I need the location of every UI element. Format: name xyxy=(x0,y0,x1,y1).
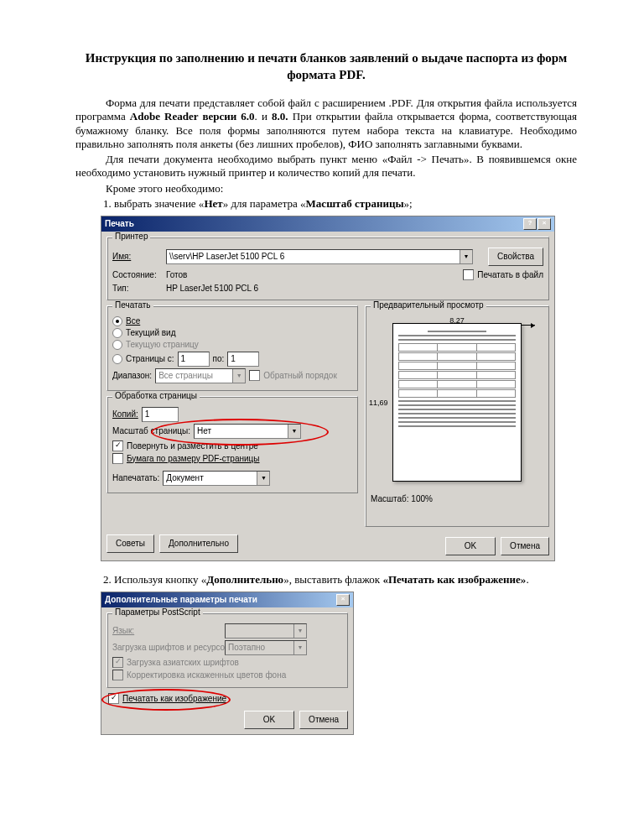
print-dialog: Печать ? × Принтер Имя: \\serv\HP LaserJ… xyxy=(101,216,555,561)
help-button[interactable]: ? xyxy=(523,218,537,230)
properties-button[interactable]: Свойства xyxy=(488,248,543,266)
v: Все страницы xyxy=(158,371,213,380)
label: Тип: xyxy=(112,284,163,293)
t: Дополнительно xyxy=(206,573,283,586)
advanced-print-dialog: Дополнительные параметры печати × Параме… xyxy=(101,592,354,735)
v: Поэтапно xyxy=(228,643,265,652)
label: Загрузка шрифтов и ресурсов: xyxy=(112,643,221,652)
chevron-down-icon: ▼ xyxy=(288,425,300,438)
ok-button[interactable]: OK xyxy=(445,537,496,555)
print-as-image-checkbox[interactable]: ✓Печатать как изображение xyxy=(108,693,348,704)
print-to-file-checkbox[interactable]: Печатать в файл xyxy=(463,269,543,280)
list-item: Используя кнопку «Дополнительно», выстав… xyxy=(114,573,577,586)
v: Нет xyxy=(197,426,211,435)
v: Документ xyxy=(166,473,203,482)
copies-input[interactable]: 1 xyxy=(142,407,179,422)
label: Состояние: xyxy=(112,270,163,279)
t: « xyxy=(199,573,207,586)
language-select: ▼ xyxy=(225,623,307,639)
radio-current-page[interactable]: Текущую страницу xyxy=(112,340,352,350)
list-item: выбрать значение «Нет» для параметра «Ма… xyxy=(114,197,577,211)
label: Текущий вид xyxy=(126,328,176,337)
paragraph-3: Кроме этого необходимо: xyxy=(75,182,577,195)
t: »; xyxy=(404,197,413,210)
label: по: xyxy=(213,354,225,363)
group-legend: Параметры PostScript xyxy=(112,607,203,617)
t: Используя xyxy=(114,573,165,586)
titlebar[interactable]: Печать ? × xyxy=(101,216,554,232)
cancel-button[interactable]: Отмена xyxy=(299,711,348,729)
label: Имя: xyxy=(112,252,163,261)
value: \\serv\HP LaserJet 5100 PCL 6 xyxy=(169,252,284,261)
close-button[interactable]: × xyxy=(336,594,350,606)
page-to-input[interactable]: 1 xyxy=(227,352,259,367)
reverse-checkbox[interactable]: Обратный порядок xyxy=(249,370,337,381)
t: Масштаб страницы xyxy=(306,197,404,210)
chevron-down-icon: ▼ xyxy=(293,624,306,638)
print-range-group: Печатать Все Текущий вид Текущую страниц… xyxy=(106,305,358,391)
titlebar[interactable]: Дополнительные параметры печати × xyxy=(101,592,353,607)
t: выбрать значение « xyxy=(114,197,204,210)
t: », выставить флажок xyxy=(283,573,382,586)
chevron-down-icon: ▼ xyxy=(460,250,472,263)
value: Готов xyxy=(166,270,460,279)
numbered-list: выбрать значение «Нет» для параметра «Ма… xyxy=(75,197,577,211)
page-from-input[interactable]: 1 xyxy=(178,352,210,367)
radio-all[interactable]: Все xyxy=(112,316,352,326)
t: кнопку xyxy=(165,573,198,586)
choose-paper-checkbox[interactable]: Бумага по размеру PDF-страницы xyxy=(112,453,352,464)
preview-area: 8,27 11,69 xyxy=(371,315,543,491)
print-what-select[interactable]: Документ▼ xyxy=(163,471,270,486)
font-download-select: Поэтапно▼ xyxy=(225,640,307,655)
rotate-center-checkbox[interactable]: ✓Повернуть и разместить в центре xyxy=(112,440,352,451)
chevron-down-icon: ▼ xyxy=(293,641,306,654)
close-button[interactable]: × xyxy=(538,218,551,230)
radio-current-view[interactable]: Текущий вид xyxy=(112,328,352,338)
text-bold: 8.0. xyxy=(272,110,288,122)
label: Загрузка азиатских шрифтов xyxy=(127,658,239,667)
document-page: Инструкция по заполнению и печати бланко… xyxy=(0,0,644,769)
page-handling-group: Обработка страницы Копий: 1 Масштаб стра… xyxy=(106,396,358,493)
label: Напечатать: xyxy=(112,473,159,482)
label: Корректировка искаженных цветов фона xyxy=(127,670,286,680)
paper-preview xyxy=(392,323,522,482)
value: HP LaserJet 5100 PCL 6 xyxy=(166,284,258,293)
chevron-down-icon: ▼ xyxy=(232,369,245,383)
numbered-list-2: Используя кнопку «Дополнительно», выстав… xyxy=(75,573,577,586)
text-bold: Adobe Reader версии 6.0 xyxy=(130,110,255,122)
label: Обратный порядок xyxy=(263,371,337,380)
cancel-button[interactable]: Отмена xyxy=(501,537,549,555)
label: Язык: xyxy=(112,626,221,635)
label: Текущую страницу xyxy=(126,340,199,349)
dialog-title: Печать xyxy=(105,219,134,228)
label: Масштаб страницы: xyxy=(112,426,190,435)
postscript-group: Параметры PostScript Язык: ▼ Загрузка шр… xyxy=(106,612,348,688)
label: Страницы с: xyxy=(126,354,174,363)
tips-button[interactable]: Советы xyxy=(106,534,154,553)
radio-pages[interactable]: Страницы с: 1 по: 1 xyxy=(112,352,352,367)
color-correction-checkbox: Корректировка искаженных цветов фона xyxy=(112,670,342,680)
paragraph-2: Для печати документа необходимо выбрать … xyxy=(75,153,577,180)
group-legend: Предварительный просмотр xyxy=(371,300,486,310)
printer-select[interactable]: \\serv\HP LaserJet 5100 PCL 6▼ xyxy=(166,249,473,264)
advanced-button[interactable]: Дополнительно xyxy=(159,534,238,553)
page-title: Инструкция по заполнению и печати бланко… xyxy=(75,50,577,83)
asian-fonts-checkbox: ✓Загрузка азиатских шрифтов xyxy=(112,657,342,668)
zoom-label: Масштаб: 100% xyxy=(371,494,543,503)
label: Бумага по размеру PDF-страницы xyxy=(127,454,260,463)
preview-group: Предварительный просмотр 8,27 11,69 xyxy=(365,305,549,527)
paragraph-1: Форма для печати представляет собой файл… xyxy=(75,96,577,151)
text: . и xyxy=(255,110,273,122)
page-scaling-select[interactable]: Нет▼ xyxy=(194,424,301,439)
t: Нет xyxy=(204,197,222,210)
v: 1 xyxy=(231,354,236,363)
ok-button[interactable]: OK xyxy=(244,711,294,729)
label: Повернуть и разместить в центре xyxy=(127,441,258,451)
label: Все xyxy=(126,316,140,326)
subset-select[interactable]: Все страницы▼ xyxy=(155,368,246,383)
t: » для параметра « xyxy=(223,197,306,210)
t: «Печатать как изображение» xyxy=(382,573,526,586)
group-legend: Обработка страницы xyxy=(112,391,200,400)
group-legend: Печатать xyxy=(112,300,153,310)
v: 1 xyxy=(181,354,186,363)
